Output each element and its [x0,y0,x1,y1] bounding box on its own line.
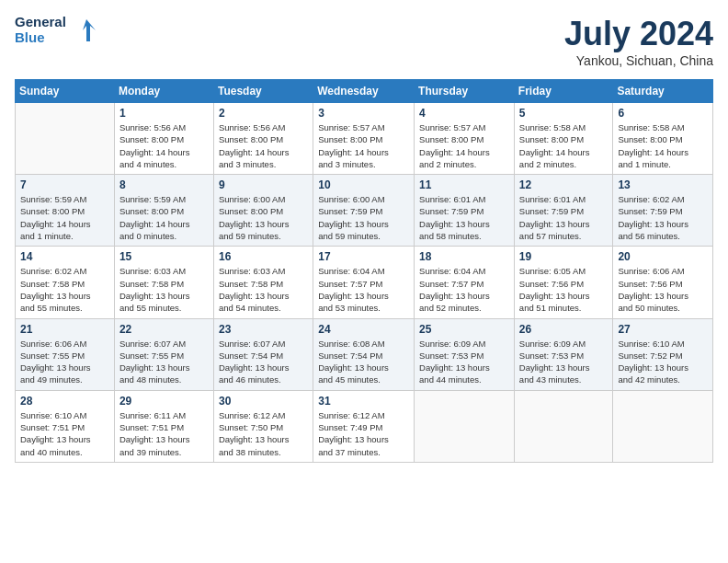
day-number: 21 [20,323,109,336]
day-details: Sunrise: 5:58 AM Sunset: 8:00 PM Dayligh… [519,121,609,170]
day-number: 24 [318,323,409,336]
calendar-day-4: 4Sunrise: 5:57 AM Sunset: 8:00 PM Daylig… [415,103,515,175]
day-number: 28 [20,395,109,408]
calendar-week-row: 21Sunrise: 6:06 AM Sunset: 7:55 PM Dayli… [16,318,713,390]
calendar-week-row: 1Sunrise: 5:56 AM Sunset: 8:00 PM Daylig… [16,103,713,175]
day-details: Sunrise: 6:06 AM Sunset: 7:55 PM Dayligh… [20,338,109,386]
day-details: Sunrise: 5:59 AM Sunset: 8:00 PM Dayligh… [20,193,109,242]
day-number: 13 [618,178,708,191]
day-details: Sunrise: 6:06 AM Sunset: 7:56 PM Dayligh… [618,265,708,314]
calendar-day-18: 18Sunrise: 6:04 AM Sunset: 7:57 PM Dayli… [415,247,515,318]
calendar-day-23: 23Sunrise: 6:07 AM Sunset: 7:54 PM Dayli… [213,318,313,390]
day-details: Sunrise: 6:12 AM Sunset: 7:49 PM Dayligh… [318,409,409,458]
day-details: Sunrise: 6:07 AM Sunset: 7:55 PM Dayligh… [119,338,209,386]
weekday-header-friday: Friday [514,80,613,103]
logo-text: General Blue [15,15,66,45]
weekday-header-saturday: Saturday [613,80,713,103]
day-details: Sunrise: 6:04 AM Sunset: 7:57 PM Dayligh… [318,265,409,314]
day-number: 8 [119,178,209,191]
day-details: Sunrise: 6:00 AM Sunset: 7:59 PM Dayligh… [318,193,409,242]
day-number: 16 [219,250,308,263]
calendar-day-17: 17Sunrise: 6:04 AM Sunset: 7:57 PM Dayli… [313,247,415,318]
day-number: 27 [618,323,708,336]
calendar-day-14: 14Sunrise: 6:02 AM Sunset: 7:58 PM Dayli… [16,247,115,318]
calendar-day-27: 27Sunrise: 6:10 AM Sunset: 7:52 PM Dayli… [613,318,713,390]
day-number: 29 [119,395,209,408]
day-details: Sunrise: 6:05 AM Sunset: 7:56 PM Dayligh… [519,265,609,314]
day-number: 15 [119,250,209,263]
calendar-day-3: 3Sunrise: 5:57 AM Sunset: 8:00 PM Daylig… [313,103,415,175]
day-details: Sunrise: 6:02 AM Sunset: 7:58 PM Dayligh… [20,265,109,314]
calendar-day-28: 28Sunrise: 6:10 AM Sunset: 7:51 PM Dayli… [16,390,115,462]
day-number: 18 [419,250,509,263]
day-details: Sunrise: 6:03 AM Sunset: 7:58 PM Dayligh… [219,265,308,314]
calendar-day-12: 12Sunrise: 6:01 AM Sunset: 7:59 PM Dayli… [514,175,613,247]
day-details: Sunrise: 6:12 AM Sunset: 7:50 PM Dayligh… [219,409,308,458]
day-number: 20 [618,250,708,263]
calendar-body: 1Sunrise: 5:56 AM Sunset: 8:00 PM Daylig… [16,103,713,463]
calendar-day-8: 8Sunrise: 5:59 AM Sunset: 8:00 PM Daylig… [114,175,213,247]
calendar-day-19: 19Sunrise: 6:05 AM Sunset: 7:56 PM Dayli… [514,247,613,318]
day-details: Sunrise: 6:09 AM Sunset: 7:53 PM Dayligh… [519,338,609,386]
day-number: 22 [119,323,209,336]
weekday-header-thursday: Thursday [415,80,515,103]
calendar-day-15: 15Sunrise: 6:03 AM Sunset: 7:58 PM Dayli… [114,247,213,318]
calendar-week-row: 28Sunrise: 6:10 AM Sunset: 7:51 PM Dayli… [16,390,713,462]
day-number: 25 [419,323,509,336]
day-details: Sunrise: 6:07 AM Sunset: 7:54 PM Dayligh… [219,338,308,386]
day-number: 4 [419,107,509,120]
calendar-day-1: 1Sunrise: 5:56 AM Sunset: 8:00 PM Daylig… [114,103,213,175]
day-details: Sunrise: 6:02 AM Sunset: 7:59 PM Dayligh… [618,193,708,242]
calendar-empty-cell [16,103,115,175]
weekday-header-sunday: Sunday [16,80,115,103]
logo-bird-icon [70,16,99,45]
calendar-day-13: 13Sunrise: 6:02 AM Sunset: 7:59 PM Dayli… [613,175,713,247]
page-header: General Blue July 2024 Yankou, Sichuan, … [15,15,713,68]
day-number: 23 [219,323,308,336]
svg-marker-0 [83,19,96,41]
day-details: Sunrise: 5:57 AM Sunset: 8:00 PM Dayligh… [419,121,509,170]
day-number: 10 [318,178,409,191]
logo-general: General [15,15,66,30]
day-number: 3 [318,107,409,120]
day-details: Sunrise: 6:01 AM Sunset: 7:59 PM Dayligh… [519,193,609,242]
calendar-day-7: 7Sunrise: 5:59 AM Sunset: 8:00 PM Daylig… [16,175,115,247]
logo-blue: Blue [15,30,66,46]
month-year-title: July 2024 [564,15,713,53]
calendar-table: SundayMondayTuesdayWednesdayThursdayFrid… [15,79,713,463]
calendar-empty-cell [514,390,613,462]
day-details: Sunrise: 6:09 AM Sunset: 7:53 PM Dayligh… [419,338,509,386]
day-details: Sunrise: 6:01 AM Sunset: 7:59 PM Dayligh… [419,193,509,242]
day-number: 14 [20,250,109,263]
day-details: Sunrise: 6:00 AM Sunset: 8:00 PM Dayligh… [219,193,308,242]
calendar-day-6: 6Sunrise: 5:58 AM Sunset: 8:00 PM Daylig… [613,103,713,175]
calendar-day-16: 16Sunrise: 6:03 AM Sunset: 7:58 PM Dayli… [213,247,313,318]
title-block: July 2024 Yankou, Sichuan, China [564,15,713,68]
day-number: 11 [419,178,509,191]
calendar-day-5: 5Sunrise: 5:58 AM Sunset: 8:00 PM Daylig… [514,103,613,175]
logo: General Blue [15,15,99,45]
day-number: 19 [519,250,609,263]
day-number: 7 [20,178,109,191]
calendar-week-row: 7Sunrise: 5:59 AM Sunset: 8:00 PM Daylig… [16,175,713,247]
calendar-day-29: 29Sunrise: 6:11 AM Sunset: 7:51 PM Dayli… [114,390,213,462]
day-number: 17 [318,250,409,263]
day-details: Sunrise: 6:08 AM Sunset: 7:54 PM Dayligh… [318,338,409,386]
calendar-empty-cell [415,390,515,462]
day-details: Sunrise: 5:59 AM Sunset: 8:00 PM Dayligh… [119,193,209,242]
calendar-day-31: 31Sunrise: 6:12 AM Sunset: 7:49 PM Dayli… [313,390,415,462]
calendar-day-2: 2Sunrise: 5:56 AM Sunset: 8:00 PM Daylig… [213,103,313,175]
day-number: 5 [519,107,609,120]
calendar-day-26: 26Sunrise: 6:09 AM Sunset: 7:53 PM Dayli… [514,318,613,390]
day-details: Sunrise: 5:56 AM Sunset: 8:00 PM Dayligh… [219,121,308,170]
day-details: Sunrise: 6:10 AM Sunset: 7:51 PM Dayligh… [20,409,109,458]
weekday-header-tuesday: Tuesday [213,80,313,103]
day-details: Sunrise: 6:11 AM Sunset: 7:51 PM Dayligh… [119,409,209,458]
calendar-day-21: 21Sunrise: 6:06 AM Sunset: 7:55 PM Dayli… [16,318,115,390]
day-number: 12 [519,178,609,191]
calendar-day-9: 9Sunrise: 6:00 AM Sunset: 8:00 PM Daylig… [213,175,313,247]
day-number: 6 [618,107,708,120]
calendar-day-10: 10Sunrise: 6:00 AM Sunset: 7:59 PM Dayli… [313,175,415,247]
calendar-day-24: 24Sunrise: 6:08 AM Sunset: 7:54 PM Dayli… [313,318,415,390]
weekday-header-monday: Monday [114,80,213,103]
